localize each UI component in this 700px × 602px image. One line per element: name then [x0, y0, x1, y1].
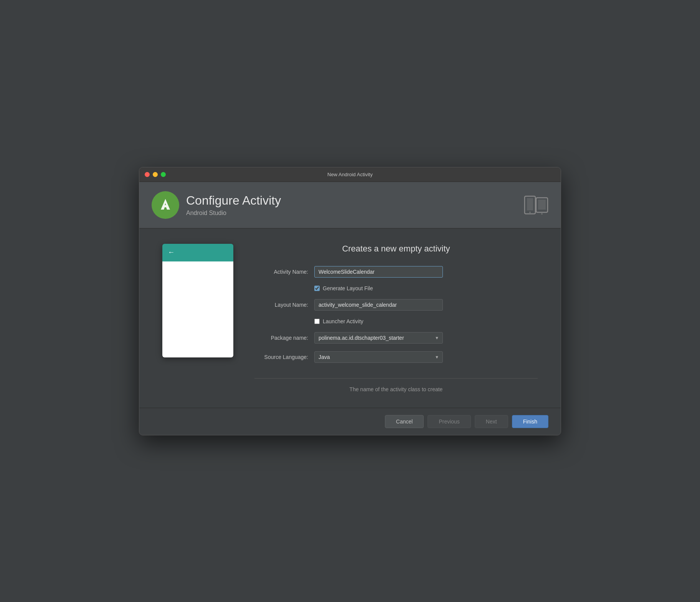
- content-area: ← Creates a new empty activity Activity …: [139, 228, 561, 408]
- next-button[interactable]: Next: [475, 415, 508, 428]
- layout-name-input[interactable]: [314, 299, 443, 311]
- package-name-label: Package name:: [254, 335, 308, 341]
- launcher-activity-label[interactable]: Launcher Activity: [323, 318, 363, 324]
- section-title: Creates a new empty activity: [254, 244, 538, 254]
- divider: [254, 378, 538, 379]
- layout-name-label: Layout Name:: [254, 302, 308, 308]
- logo: [152, 191, 179, 219]
- generate-layout-row: Generate Layout File: [314, 285, 538, 291]
- generate-layout-checkbox[interactable]: [314, 286, 320, 291]
- minimize-button[interactable]: [153, 172, 158, 177]
- dialog-window: New Android Activity Configure Activity …: [139, 167, 561, 435]
- maximize-button[interactable]: [161, 172, 166, 177]
- activity-name-label: Activity Name:: [254, 269, 308, 275]
- source-language-row: Source Language: Java Kotlin ▼: [254, 351, 538, 363]
- phone-mockup: ←: [162, 244, 233, 357]
- title-bar: New Android Activity: [139, 167, 561, 182]
- launcher-activity-row: Launcher Activity: [314, 318, 538, 324]
- window-title: New Android Activity: [327, 172, 373, 177]
- package-name-row: Package name: ▼: [254, 332, 538, 344]
- svg-point-6: [541, 213, 543, 215]
- svg-point-3: [529, 212, 531, 213]
- package-name-input[interactable]: [314, 332, 443, 344]
- previous-button[interactable]: Previous: [428, 415, 471, 428]
- header-titles: Configure Activity Android Studio: [186, 193, 281, 216]
- phone-preview: ←: [162, 244, 239, 392]
- traffic-lights: [145, 172, 166, 177]
- source-language-label: Source Language:: [254, 354, 308, 360]
- page-subtitle: Android Studio: [186, 210, 281, 217]
- source-language-wrapper: Java Kotlin ▼: [314, 351, 443, 363]
- activity-name-row: Activity Name:: [254, 266, 538, 278]
- activity-name-input[interactable]: [314, 266, 443, 278]
- header: Configure Activity Android Studio: [139, 182, 561, 228]
- back-arrow-icon: ←: [168, 248, 175, 256]
- header-left: Configure Activity Android Studio: [152, 191, 281, 219]
- help-text: The name of the activity class to create: [254, 386, 538, 392]
- close-button[interactable]: [145, 172, 150, 177]
- cancel-button[interactable]: Cancel: [385, 415, 424, 428]
- device-icon: [524, 195, 548, 215]
- phone-body: [162, 261, 233, 357]
- svg-rect-2: [527, 198, 533, 210]
- phone-toolbar: ←: [162, 244, 233, 261]
- footer: Cancel Previous Next Finish: [139, 408, 561, 435]
- launcher-activity-checkbox[interactable]: [314, 319, 320, 324]
- form-section: Creates a new empty activity Activity Na…: [254, 244, 538, 392]
- generate-layout-label[interactable]: Generate Layout File: [323, 285, 373, 291]
- source-language-select[interactable]: Java Kotlin: [314, 351, 443, 363]
- layout-name-row: Layout Name:: [254, 299, 538, 311]
- svg-rect-5: [538, 200, 546, 210]
- package-name-wrapper: ▼: [314, 332, 443, 344]
- page-title: Configure Activity: [186, 193, 281, 208]
- finish-button[interactable]: Finish: [512, 415, 548, 428]
